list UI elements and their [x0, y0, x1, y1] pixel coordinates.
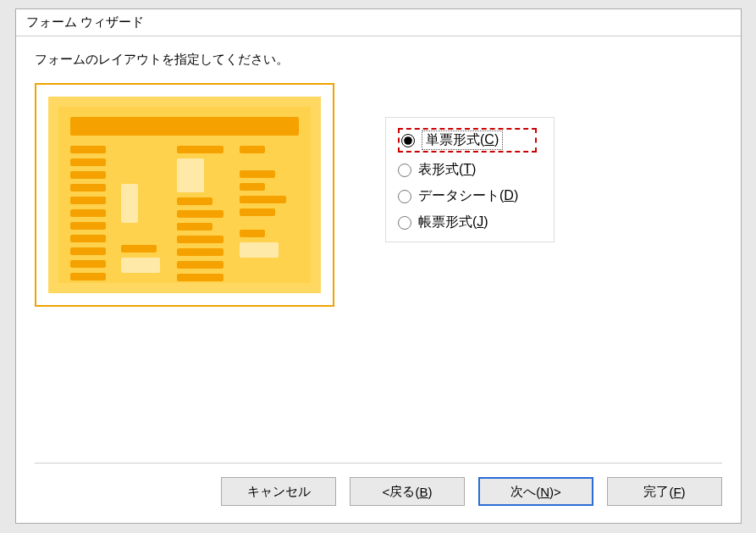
- radio-tabular[interactable]: [398, 164, 411, 177]
- radio-datasheet[interactable]: [398, 190, 411, 203]
- option-tabular-label: 表形式(T): [418, 161, 476, 179]
- dialog-content: フォームのレイアウトを指定してください。: [16, 36, 741, 463]
- finish-button[interactable]: 完了(F): [607, 477, 722, 506]
- next-button[interactable]: 次へ(N) >: [478, 477, 593, 506]
- layout-options-panel: 単票形式(C) 表形式(T) データシート(D) 帳票形式(J): [385, 117, 555, 242]
- radio-columnar[interactable]: [401, 134, 415, 147]
- cancel-button[interactable]: キャンセル: [221, 477, 336, 506]
- preview-title-bar: [70, 117, 299, 136]
- option-tabular[interactable]: 表形式(T): [398, 161, 537, 179]
- back-button[interactable]: < 戻る(B): [350, 477, 465, 506]
- form-wizard-dialog: フォーム ウィザード フォームのレイアウトを指定してください。: [15, 8, 742, 524]
- option-justified-label: 帳票形式(J): [418, 214, 488, 231]
- option-datasheet[interactable]: データシート(D): [398, 187, 537, 205]
- option-justified[interactable]: 帳票形式(J): [398, 214, 537, 231]
- dialog-title: フォーム ウィザード: [16, 9, 741, 36]
- button-row: キャンセル < 戻る(B) 次へ(N) > 完了(F): [16, 464, 741, 523]
- option-columnar[interactable]: 単票形式(C): [398, 128, 537, 153]
- body-row: 単票形式(C) 表形式(T) データシート(D) 帳票形式(J): [35, 83, 722, 307]
- option-columnar-label: 単票形式(C): [422, 130, 503, 150]
- instruction-text: フォームのレイアウトを指定してください。: [35, 52, 722, 68]
- radio-justified[interactable]: [398, 216, 411, 230]
- layout-preview: [35, 83, 334, 307]
- option-datasheet-label: データシート(D): [418, 187, 518, 205]
